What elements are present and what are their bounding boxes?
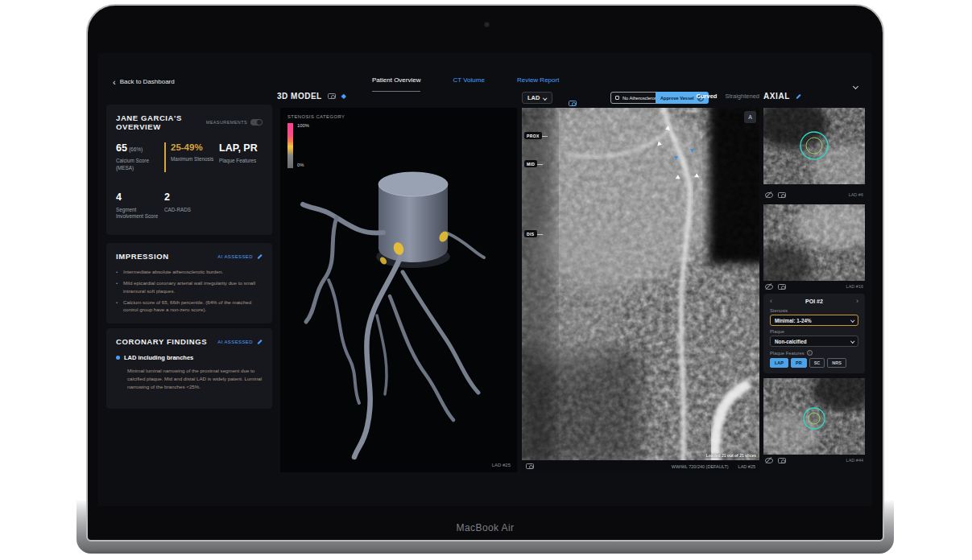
back-chevron-icon: ‹	[113, 79, 116, 85]
segment-badge-mid: MID	[524, 160, 537, 167]
axial-1-label: LAD #6	[849, 192, 863, 197]
camera-icon	[569, 101, 577, 106]
edit-pencil-icon[interactable]	[256, 253, 263, 260]
findings-ai-badge[interactable]: AI ASSESSED	[217, 339, 263, 345]
camera-icon[interactable]	[328, 93, 336, 99]
findings-vessel-row[interactable]: LAD including branches	[116, 354, 263, 361]
impression-bullet: Calcium score of 65, 66th percentile. (6…	[116, 299, 263, 314]
camera-icon[interactable]	[778, 192, 786, 198]
hide-eye-icon[interactable]	[765, 458, 773, 463]
hide-eye-icon[interactable]	[765, 284, 773, 290]
axial-3-controls: LAD #44	[763, 455, 865, 466]
model3d-header: 3D MODEL ◆	[277, 92, 346, 101]
orientation-gizmo-icon[interactable]: ◆	[341, 93, 346, 100]
view-mode-toggle: Curved Straightened	[697, 93, 759, 100]
plaque-feature-chips: LAP PR SC NRS	[770, 358, 858, 368]
impression-ai-badge[interactable]: AI ASSESSED	[217, 253, 263, 260]
segment-badge-dis: DIS	[524, 230, 537, 237]
axial-viewport-2[interactable]	[763, 204, 865, 281]
poi-card: ‹ POI #2 › Stenosis Minimal: 1-24% Plaqu…	[763, 294, 865, 373]
edit-pencil-icon[interactable]	[256, 339, 263, 345]
stenosis-legend: STENOSIS CATEGORY 100% 0%	[287, 114, 345, 172]
findings-title: CORONARY FINDINGS	[116, 337, 207, 346]
model3d-title: 3D MODEL	[277, 92, 322, 101]
ct-slice-label: LAD #25	[738, 464, 755, 469]
ct-cpr-viewport[interactable]: PROX MID DIS A Loaded 21 out of 21 slice…	[522, 108, 759, 460]
ct-image	[522, 108, 759, 460]
chip-sc[interactable]: SC	[809, 358, 825, 368]
chip-nrs[interactable]: NRS	[827, 358, 846, 368]
stat-max-stenosis: 25-49% Maximum Stenosis	[164, 142, 219, 172]
axial-header: AXIAL	[763, 92, 801, 101]
stat-cad-rads: 2 CAD-RADS	[164, 191, 219, 221]
measurements-toggle-group: MEASUREMENTS	[206, 119, 263, 126]
stenosis-dropdown[interactable]: Minimal: 1-24%	[770, 315, 858, 326]
axial-title: AXIAL	[763, 92, 790, 101]
chip-pr[interactable]: PR	[791, 358, 807, 368]
impression-card: IMPRESSION AI ASSESSED Intermediate abso…	[106, 243, 272, 323]
axial-1-controls: LAD #6	[763, 189, 865, 200]
window-level-text: WW/WL 720/240 (DEFAULT)	[672, 464, 729, 469]
coronary-findings-card: CORONARY FINDINGS AI ASSESSED LAD includ…	[106, 328, 272, 409]
back-to-dashboard-link[interactable]: ‹ Back to Dashboard	[113, 78, 175, 85]
model3d-viewport[interactable]: STENOSIS CATEGORY 100% 0%	[280, 108, 517, 472]
camera-icon[interactable]	[778, 284, 786, 290]
view-curved-option[interactable]: Curved	[697, 93, 718, 100]
app-window: ‹ Back to Dashboard Patient Overview CT …	[98, 53, 872, 506]
impression-bullet: Intermediate absolute atherosclerotic bu…	[116, 268, 263, 275]
axial-2-controls: LAD #16	[763, 281, 865, 292]
patient-overview-card: JANE GARCIA'S OVERVIEW MEASUREMENTS 65(6…	[106, 105, 272, 235]
vessel-select-dropdown[interactable]: LAD	[522, 92, 552, 104]
info-icon[interactable]: i	[807, 350, 813, 356]
laptop-screen-bezel: ‹ Back to Dashboard Patient Overview CT …	[86, 4, 884, 541]
chip-lap[interactable]: LAP	[770, 358, 788, 368]
poi-title: POI #2	[805, 299, 823, 304]
view-straightened-option[interactable]: Straightened	[725, 93, 759, 100]
axial-viewport-3[interactable]	[763, 378, 865, 455]
plaque-features-label: Plaque Features	[770, 351, 804, 356]
checkbox-icon	[615, 96, 619, 100]
vessel-name: LAD including branches	[124, 354, 193, 361]
device-brand-label: MacBook Air	[88, 522, 883, 533]
model3d-slice-label: LAD #25	[492, 463, 511, 467]
camera-icon[interactable]	[526, 463, 534, 469]
tab-patient-overview[interactable]: Patient Overview	[372, 76, 420, 92]
stat-calcium-suffix: (66%)	[129, 146, 143, 152]
slices-loaded-status: Loaded 21 out of 21 slices	[706, 453, 756, 458]
overview-stats: 65(66%) Calcium Score (MESA) 25-49% Maxi…	[116, 142, 263, 220]
plaque-dropdown[interactable]: Non-calcified	[770, 336, 858, 347]
ct-toolbar: LAD No Atherosclerosis Approve Vessel ✓ …	[522, 90, 759, 108]
camera-icon[interactable]	[778, 458, 786, 463]
ct-status-bar: WW/WL 720/240 (DEFAULT) LAD #25	[522, 460, 759, 472]
chevron-down-icon	[850, 319, 854, 323]
tab-ct-volume[interactable]: CT Volume	[453, 76, 484, 92]
impression-bullet: Mild epicardial coronary arterial wall i…	[116, 279, 263, 294]
poi-next-button[interactable]: ›	[856, 298, 858, 305]
chevron-down-icon	[850, 340, 854, 344]
chevron-down-icon	[544, 96, 548, 100]
stat-calcium-score: 65(66%) Calcium Score (MESA)	[116, 142, 164, 172]
edit-pencil-icon[interactable]	[795, 93, 801, 100]
vessel-bullet-icon	[116, 356, 120, 360]
poi-prev-button[interactable]: ‹	[770, 298, 772, 305]
stenosis-color-scale	[287, 123, 293, 168]
legend-min-label: 0%	[297, 163, 304, 167]
stat-plaque-features: LAP, PR Plaque Features	[219, 142, 275, 172]
legend-max-label: 100%	[297, 123, 309, 128]
axial-3-label: LAD #44	[846, 458, 863, 463]
impression-bullets: Intermediate absolute atherosclerotic bu…	[116, 268, 263, 313]
measurements-toggle[interactable]	[250, 119, 263, 126]
overview-title: JANE GARCIA'S OVERVIEW	[116, 113, 206, 131]
back-label: Back to Dashboard	[120, 78, 175, 85]
orientation-a-button[interactable]: A	[744, 111, 756, 123]
stat-segment-involvement: 4 Segment Involvement Score	[116, 191, 164, 221]
measurements-label: MEASUREMENTS	[206, 120, 247, 125]
hide-eye-icon[interactable]	[765, 192, 773, 198]
axial-2-label: LAD #16	[846, 284, 863, 289]
axial-viewport-1[interactable]	[763, 108, 865, 184]
webcam-icon	[484, 22, 490, 27]
plaque-field-label: Plaque	[770, 329, 858, 334]
stenosis-field-label: Stenosis	[770, 308, 858, 313]
collapse-chevron-icon[interactable]	[854, 77, 858, 92]
segment-badge-prox: PROX	[524, 132, 542, 139]
